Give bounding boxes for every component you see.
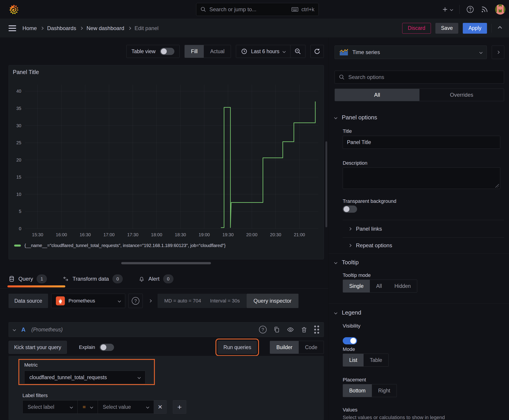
- time-range-label: Last 6 hours: [251, 48, 279, 54]
- y-tick-label: 25: [16, 140, 21, 145]
- datasource-help-button[interactable]: ?: [128, 294, 143, 308]
- datasource-picker[interactable]: Prometheus: [51, 294, 125, 308]
- section-divider: [328, 254, 509, 254]
- series-line: [221, 101, 315, 227]
- resize-drag-handle[interactable]: [121, 262, 211, 264]
- query-help-icon[interactable]: ?: [259, 326, 267, 333]
- metric-select[interactable]: cloudflared_tunnel_total_requests: [24, 371, 145, 384]
- legend-section-header[interactable]: Legend: [335, 309, 361, 316]
- breadcrumb-separator-icon: [80, 26, 83, 30]
- user-avatar[interactable]: [495, 4, 505, 15]
- options-search-input[interactable]: Search options: [335, 71, 504, 84]
- interval-stat: Interval = 30s: [210, 298, 240, 304]
- visualization-picker[interactable]: Time series: [335, 45, 487, 59]
- grafana-logo-icon[interactable]: [8, 4, 19, 15]
- tab-all[interactable]: All: [335, 89, 419, 101]
- clock-icon: [241, 48, 247, 54]
- search-placeholder: Search or jump to...: [209, 6, 289, 13]
- fill-option[interactable]: Fill: [185, 45, 204, 58]
- help-button[interactable]: [466, 6, 474, 13]
- breadcrumb-home[interactable]: Home: [23, 25, 37, 31]
- collapse-header-chevron-up-icon[interactable]: [498, 26, 502, 30]
- add-filter-button[interactable]: +: [173, 400, 186, 414]
- legend-visibility-toggle[interactable]: [343, 337, 357, 344]
- tab-transform-data[interactable]: Transform data 0: [63, 272, 123, 286]
- legend-mode-table-option[interactable]: Table: [364, 354, 388, 366]
- actual-option[interactable]: Actual: [204, 45, 231, 58]
- tab-query[interactable]: Query 1: [8, 272, 47, 286]
- tooltip-single-option[interactable]: Single: [343, 280, 370, 292]
- tooltip-section-header[interactable]: Tooltip: [335, 259, 359, 266]
- tooltip-all-option[interactable]: All: [370, 280, 388, 292]
- collapse-query-chevron-icon[interactable]: [13, 328, 16, 331]
- tooltip-mode-switch: Single All Hidden: [343, 279, 417, 292]
- query-options-summary[interactable]: MD = auto = 704 Interval = 30s: [158, 294, 247, 308]
- collapse-sidebar-button[interactable]: [492, 45, 504, 59]
- label-filters-label: Label filters: [23, 393, 48, 398]
- textarea-resize-handle[interactable]: [495, 184, 499, 188]
- chart-legend-item[interactable]: {__name__="cloudflared_tunnel_total_requ…: [14, 243, 226, 248]
- query-inspector-button[interactable]: Query inspector: [247, 294, 298, 308]
- max-datapoints-stat: MD = auto = 704: [164, 298, 201, 304]
- breadcrumb-new-dashboard[interactable]: New dashboard: [86, 25, 124, 31]
- global-search-input[interactable]: Search or jump to... ctrl+k: [196, 3, 319, 16]
- panel-title-input[interactable]: Panel Title: [343, 136, 500, 149]
- code-option[interactable]: Code: [299, 341, 324, 354]
- drag-query-grip-handle[interactable]: [314, 326, 319, 334]
- scrollbar-thumb[interactable]: [326, 141, 327, 227]
- panel-options-section-header[interactable]: Panel options: [335, 114, 377, 121]
- apply-button[interactable]: Apply: [463, 23, 487, 34]
- x-tick-label: 18:00: [151, 232, 162, 237]
- expand-options-chevron-icon[interactable]: [149, 299, 152, 302]
- chevron-down-icon: [479, 51, 483, 54]
- label-filters-row: Select label = Select value ✕ +: [23, 400, 186, 414]
- time-series-chart[interactable]: 051015202530354015:3016:0016:3017:0017:3…: [11, 82, 322, 239]
- select-label-dropdown[interactable]: Select label: [23, 400, 78, 414]
- time-range-picker[interactable]: Last 6 hours: [236, 48, 290, 54]
- query-ref-id: A: [21, 326, 26, 333]
- legend-mode-list-option[interactable]: List: [343, 354, 364, 366]
- repeat-options-section-header[interactable]: Repeat options: [349, 242, 392, 249]
- tab-alert[interactable]: Alert 0: [138, 272, 173, 286]
- legend-placement-bottom-option[interactable]: Bottom: [343, 384, 372, 397]
- run-queries-button[interactable]: Run queries: [218, 341, 257, 354]
- kick-start-query-button[interactable]: Kick start your query: [8, 341, 67, 354]
- hide-query-eye-icon[interactable]: [287, 326, 294, 333]
- tab-overrides[interactable]: Overrides: [419, 89, 504, 101]
- actions-divider: [492, 24, 492, 33]
- menu-toggle-button[interactable]: [8, 25, 16, 31]
- legend-placement-right-option[interactable]: Right: [372, 384, 396, 397]
- builder-option[interactable]: Builder: [270, 341, 299, 354]
- x-tick-label: 17:00: [103, 232, 115, 237]
- panel-links-section-header[interactable]: Panel links: [349, 226, 382, 232]
- options-search-placeholder: Search options: [348, 74, 384, 80]
- remove-filter-button[interactable]: ✕: [154, 400, 167, 414]
- zoom-out-button[interactable]: [290, 48, 305, 55]
- news-rss-button[interactable]: [481, 6, 488, 13]
- duplicate-query-icon[interactable]: [273, 326, 280, 333]
- y-tick-label: 10: [16, 192, 21, 197]
- transparent-background-toggle[interactable]: [343, 205, 357, 213]
- panel-title: Panel Title: [13, 69, 39, 75]
- tooltip-hidden-option[interactable]: Hidden: [388, 280, 417, 292]
- chevron-down-icon: [282, 50, 286, 53]
- discard-button[interactable]: Discard: [402, 23, 431, 34]
- select-value-dropdown[interactable]: Select value: [98, 400, 154, 414]
- tab-query-count: 1: [37, 274, 47, 283]
- query-editor-toolbar: Kick start your query Explain Run querie…: [8, 341, 324, 354]
- refresh-button[interactable]: [310, 45, 324, 58]
- table-view-label: Table view: [131, 48, 156, 54]
- save-button[interactable]: Save: [435, 23, 458, 34]
- table-view-toggle[interactable]: [160, 48, 174, 55]
- operator-dropdown[interactable]: =: [78, 400, 98, 414]
- new-menu-button[interactable]: [442, 6, 453, 13]
- chevron-down-icon: [334, 116, 337, 119]
- breadcrumb-dashboards[interactable]: Dashboards: [47, 25, 76, 31]
- tab-query-label: Query: [18, 276, 33, 282]
- breadcrumb: Home Dashboards New dashboard Edit panel: [23, 25, 159, 31]
- query-row-header[interactable]: A (Prometheus) ?: [8, 322, 324, 337]
- panel-description-textarea[interactable]: [343, 167, 500, 189]
- explain-toggle[interactable]: [100, 344, 114, 351]
- tab-alert-count: 0: [163, 274, 174, 283]
- delete-query-trash-icon[interactable]: [301, 326, 307, 333]
